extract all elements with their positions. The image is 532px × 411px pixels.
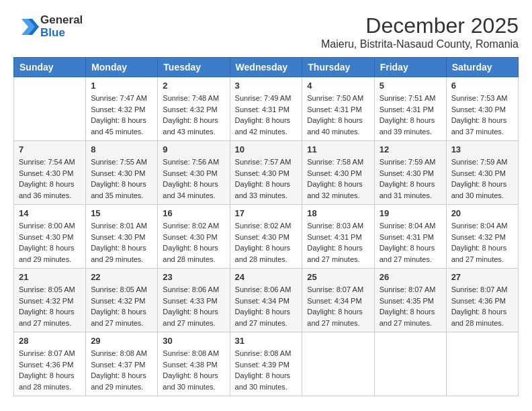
day-number: 24 <box>235 272 298 282</box>
day-info: Sunrise: 8:06 AM Sunset: 4:34 PM Dayligh… <box>235 284 298 328</box>
calendar-cell <box>302 332 374 396</box>
day-info: Sunrise: 8:01 AM Sunset: 4:30 PM Dayligh… <box>91 220 152 265</box>
title-section: December 2025 Maieru, Bistrita-Nasaud Co… <box>321 13 519 50</box>
day-number: 5 <box>380 81 441 91</box>
calendar-cell: 27Sunrise: 8:07 AM Sunset: 4:36 PM Dayli… <box>446 269 518 332</box>
day-info: Sunrise: 7:47 AM Sunset: 4:32 PM Dayligh… <box>91 93 152 137</box>
day-info: Sunrise: 7:57 AM Sunset: 4:30 PM Dayligh… <box>235 156 298 201</box>
calendar-week-row: 7Sunrise: 7:54 AM Sunset: 4:30 PM Daylig… <box>14 141 519 205</box>
calendar-cell: 21Sunrise: 8:05 AM Sunset: 4:32 PM Dayli… <box>14 269 86 332</box>
calendar-week-row: 21Sunrise: 8:05 AM Sunset: 4:32 PM Dayli… <box>14 269 519 332</box>
calendar-cell: 9Sunrise: 7:56 AM Sunset: 4:30 PM Daylig… <box>158 141 230 205</box>
day-info: Sunrise: 7:50 AM Sunset: 4:31 PM Dayligh… <box>307 93 369 137</box>
weekday-header: Wednesday <box>230 58 302 77</box>
day-info: Sunrise: 7:58 AM Sunset: 4:30 PM Dayligh… <box>307 156 369 201</box>
day-info: Sunrise: 8:02 AM Sunset: 4:30 PM Dayligh… <box>235 220 298 265</box>
day-info: Sunrise: 7:53 AM Sunset: 4:30 PM Dayligh… <box>451 93 513 137</box>
logo: General Blue <box>13 13 83 40</box>
calendar-cell: 7Sunrise: 7:54 AM Sunset: 4:30 PM Daylig… <box>14 141 86 205</box>
calendar-table: SundayMondayTuesdayWednesdayThursdayFrid… <box>13 57 519 396</box>
month-year-title: December 2025 <box>321 13 519 38</box>
day-number: 11 <box>307 144 369 154</box>
day-info: Sunrise: 8:05 AM Sunset: 4:32 PM Dayligh… <box>19 284 81 328</box>
day-info: Sunrise: 8:08 AM Sunset: 4:37 PM Dayligh… <box>91 348 152 392</box>
day-number: 6 <box>451 81 513 91</box>
calendar-cell: 26Sunrise: 8:07 AM Sunset: 4:35 PM Dayli… <box>374 269 446 332</box>
logo-icon <box>13 13 40 40</box>
day-info: Sunrise: 8:06 AM Sunset: 4:33 PM Dayligh… <box>163 284 224 328</box>
day-number: 23 <box>163 272 224 282</box>
day-info: Sunrise: 8:07 AM Sunset: 4:36 PM Dayligh… <box>451 284 513 328</box>
logo-text: General Blue <box>40 14 83 39</box>
calendar-cell: 15Sunrise: 8:01 AM Sunset: 4:30 PM Dayli… <box>86 205 158 269</box>
day-info: Sunrise: 7:56 AM Sunset: 4:30 PM Dayligh… <box>163 156 224 201</box>
calendar-cell: 1Sunrise: 7:47 AM Sunset: 4:32 PM Daylig… <box>86 77 158 141</box>
calendar-week-row: 14Sunrise: 8:00 AM Sunset: 4:30 PM Dayli… <box>14 205 519 269</box>
calendar-cell: 28Sunrise: 8:07 AM Sunset: 4:36 PM Dayli… <box>14 332 86 396</box>
day-number: 8 <box>91 144 152 154</box>
calendar-cell: 3Sunrise: 7:49 AM Sunset: 4:31 PM Daylig… <box>230 77 302 141</box>
calendar-cell: 17Sunrise: 8:02 AM Sunset: 4:30 PM Dayli… <box>230 205 302 269</box>
calendar-cell: 12Sunrise: 7:59 AM Sunset: 4:30 PM Dayli… <box>374 141 446 205</box>
day-number: 4 <box>307 81 369 91</box>
calendar-week-row: 1Sunrise: 7:47 AM Sunset: 4:32 PM Daylig… <box>14 77 519 141</box>
calendar-cell: 22Sunrise: 8:05 AM Sunset: 4:32 PM Dayli… <box>86 269 158 332</box>
day-info: Sunrise: 7:59 AM Sunset: 4:30 PM Dayligh… <box>451 156 513 201</box>
calendar-cell: 10Sunrise: 7:57 AM Sunset: 4:30 PM Dayli… <box>230 141 302 205</box>
day-info: Sunrise: 7:55 AM Sunset: 4:30 PM Dayligh… <box>91 156 152 201</box>
calendar-cell <box>14 77 86 141</box>
day-info: Sunrise: 7:54 AM Sunset: 4:30 PM Dayligh… <box>19 156 81 201</box>
calendar-cell: 2Sunrise: 7:48 AM Sunset: 4:32 PM Daylig… <box>158 77 230 141</box>
day-number: 2 <box>163 81 224 91</box>
location-subtitle: Maieru, Bistrita-Nasaud County, Romania <box>321 38 519 50</box>
day-number: 29 <box>91 336 152 346</box>
day-number: 9 <box>163 144 224 154</box>
calendar-cell: 6Sunrise: 7:53 AM Sunset: 4:30 PM Daylig… <box>446 77 518 141</box>
calendar-cell: 19Sunrise: 8:04 AM Sunset: 4:31 PM Dayli… <box>374 205 446 269</box>
day-number: 28 <box>19 336 81 346</box>
calendar-week-row: 28Sunrise: 8:07 AM Sunset: 4:36 PM Dayli… <box>14 332 519 396</box>
day-info: Sunrise: 8:07 AM Sunset: 4:36 PM Dayligh… <box>19 348 81 392</box>
weekday-header: Monday <box>86 58 158 77</box>
day-info: Sunrise: 8:00 AM Sunset: 4:30 PM Dayligh… <box>19 220 81 265</box>
calendar-cell: 13Sunrise: 7:59 AM Sunset: 4:30 PM Dayli… <box>446 141 518 205</box>
weekday-header: Sunday <box>14 58 86 77</box>
day-number: 19 <box>380 208 441 218</box>
calendar-cell: 30Sunrise: 8:08 AM Sunset: 4:38 PM Dayli… <box>158 332 230 396</box>
weekday-header: Tuesday <box>158 58 230 77</box>
weekday-header: Thursday <box>302 58 374 77</box>
calendar-cell <box>446 332 518 396</box>
calendar-cell: 5Sunrise: 7:51 AM Sunset: 4:31 PM Daylig… <box>374 77 446 141</box>
weekday-header: Saturday <box>446 58 518 77</box>
day-info: Sunrise: 8:02 AM Sunset: 4:30 PM Dayligh… <box>163 220 224 265</box>
day-number: 22 <box>91 272 152 282</box>
day-info: Sunrise: 8:07 AM Sunset: 4:35 PM Dayligh… <box>380 284 441 328</box>
day-number: 7 <box>19 144 81 154</box>
day-number: 25 <box>307 272 369 282</box>
day-number: 18 <box>307 208 369 218</box>
calendar-cell: 16Sunrise: 8:02 AM Sunset: 4:30 PM Dayli… <box>158 205 230 269</box>
calendar-cell: 25Sunrise: 8:07 AM Sunset: 4:34 PM Dayli… <box>302 269 374 332</box>
day-info: Sunrise: 8:03 AM Sunset: 4:31 PM Dayligh… <box>307 220 369 265</box>
day-info: Sunrise: 8:05 AM Sunset: 4:32 PM Dayligh… <box>91 284 152 328</box>
logo-general: General <box>40 14 83 27</box>
day-info: Sunrise: 8:08 AM Sunset: 4:38 PM Dayligh… <box>163 348 224 392</box>
day-number: 15 <box>91 208 152 218</box>
day-info: Sunrise: 8:04 AM Sunset: 4:32 PM Dayligh… <box>451 220 513 265</box>
calendar-cell: 18Sunrise: 8:03 AM Sunset: 4:31 PM Dayli… <box>302 205 374 269</box>
day-number: 27 <box>451 272 513 282</box>
day-number: 13 <box>451 144 513 154</box>
day-number: 14 <box>19 208 81 218</box>
day-info: Sunrise: 7:59 AM Sunset: 4:30 PM Dayligh… <box>380 156 441 201</box>
day-number: 10 <box>235 144 298 154</box>
day-number: 21 <box>19 272 81 282</box>
day-info: Sunrise: 8:07 AM Sunset: 4:34 PM Dayligh… <box>307 284 369 328</box>
calendar-cell: 20Sunrise: 8:04 AM Sunset: 4:32 PM Dayli… <box>446 205 518 269</box>
calendar-cell: 31Sunrise: 8:08 AM Sunset: 4:39 PM Dayli… <box>230 332 302 396</box>
day-number: 12 <box>380 144 441 154</box>
day-number: 16 <box>163 208 224 218</box>
day-number: 31 <box>235 336 298 346</box>
day-number: 20 <box>451 208 513 218</box>
calendar-cell: 29Sunrise: 8:08 AM Sunset: 4:37 PM Dayli… <box>86 332 158 396</box>
calendar-cell: 14Sunrise: 8:00 AM Sunset: 4:30 PM Dayli… <box>14 205 86 269</box>
